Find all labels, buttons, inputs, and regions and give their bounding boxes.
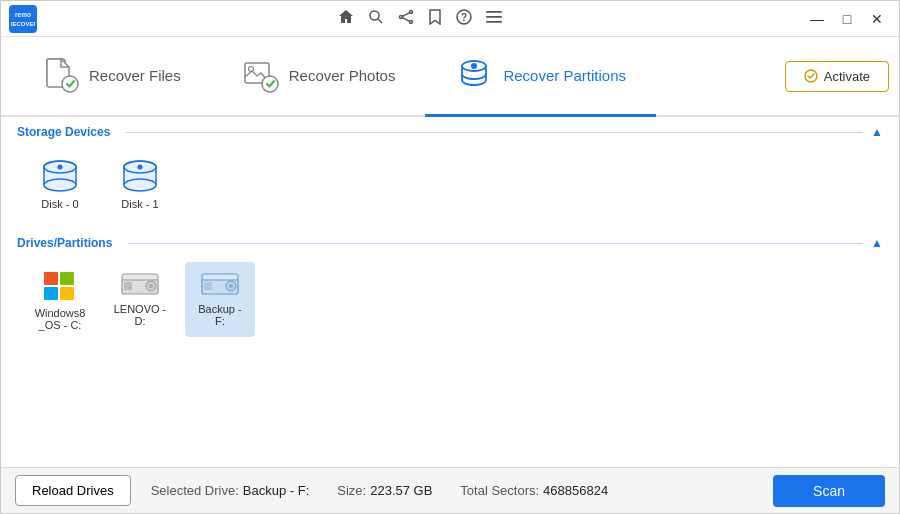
total-sectors-value: 468856824 (543, 483, 608, 498)
windows-c-label: Windows8_OS - C: (33, 307, 87, 331)
disk-0-item[interactable]: Disk - 0 (25, 151, 95, 216)
lenovo-d-item[interactable]: LENOVO - D: (105, 262, 175, 337)
tab-recover-partitions-label: Recover Partitions (503, 67, 626, 84)
total-sectors-field: Total Sectors: 468856824 (460, 483, 608, 498)
tab-recover-partitions[interactable]: Recover Partitions (425, 37, 656, 117)
total-sectors-label: Total Sectors: (460, 483, 539, 498)
svg-rect-40 (60, 287, 74, 300)
statusbar: Reload Drives Selected Drive: Backup - F… (1, 467, 899, 513)
drives-partitions-header: Drives/Partitions ▲ (17, 236, 883, 250)
activate-label: Activate (824, 69, 870, 84)
tab-recover-photos[interactable]: Recover Photos (211, 37, 426, 117)
svg-rect-47 (204, 282, 212, 290)
drives-partitions-title: Drives/Partitions (17, 236, 112, 250)
recover-files-icon (41, 55, 79, 96)
svg-point-16 (62, 76, 78, 92)
logo-icon: remo RECOVER (9, 5, 37, 33)
titlebar-icons: ? (338, 9, 502, 28)
svg-rect-42 (124, 282, 132, 290)
storage-devices-title: Storage Devices (17, 125, 110, 139)
svg-point-49 (229, 284, 233, 288)
size-label: Size: (337, 483, 366, 498)
drives-partitions-section: Drives/Partitions ▲ Windows8_OS - C: (1, 228, 899, 349)
activate-button[interactable]: Activate (785, 61, 889, 92)
close-button[interactable]: ✕ (863, 5, 891, 33)
svg-point-21 (471, 63, 477, 69)
home-icon[interactable] (338, 9, 354, 28)
minimize-button[interactable]: — (803, 5, 831, 33)
share-icon[interactable] (398, 9, 414, 28)
svg-point-29 (58, 165, 63, 170)
tab-recover-files[interactable]: Recover Files (11, 37, 211, 117)
storage-devices-line (126, 132, 863, 133)
selected-drive-label: Selected Drive: (151, 483, 239, 498)
search-icon[interactable] (368, 9, 384, 28)
titlebar-controls: — □ ✕ (803, 5, 891, 33)
svg-rect-12 (486, 11, 502, 13)
nav-tabs: Recover Files Recover Photos Recover Par… (1, 37, 899, 117)
svg-rect-45 (122, 274, 158, 280)
svg-text:?: ? (461, 12, 467, 23)
svg-point-7 (400, 16, 403, 19)
lenovo-d-label: LENOVO - D: (113, 303, 167, 327)
windows-c-item[interactable]: Windows8_OS - C: (25, 262, 95, 337)
svg-point-19 (262, 76, 278, 92)
maximize-button[interactable]: □ (833, 5, 861, 33)
storage-devices-header: Storage Devices ▲ (17, 125, 883, 139)
svg-point-44 (149, 284, 153, 288)
storage-devices-chevron[interactable]: ▲ (871, 125, 883, 139)
disk-1-label: Disk - 1 (121, 198, 158, 210)
lenovo-d-icon (118, 268, 162, 303)
svg-line-4 (378, 19, 382, 23)
storage-devices-items: Disk - 0 Disk - 1 (17, 147, 883, 224)
help-icon[interactable]: ? (456, 9, 472, 28)
svg-point-36 (138, 165, 143, 170)
backup-f-label: Backup - F: (193, 303, 247, 327)
size-field: Size: 223.57 GB (337, 483, 432, 498)
disk-0-label: Disk - 0 (41, 198, 78, 210)
svg-rect-37 (44, 272, 58, 285)
svg-rect-38 (60, 272, 74, 285)
backup-f-item[interactable]: Backup - F: (185, 262, 255, 337)
logo: remo RECOVER (9, 5, 37, 33)
reload-drives-button[interactable]: Reload Drives (15, 475, 131, 506)
svg-line-9 (402, 18, 409, 22)
disk-0-icon (38, 157, 82, 198)
svg-point-3 (370, 11, 379, 20)
backup-f-icon (198, 268, 242, 303)
svg-point-25 (44, 179, 76, 191)
svg-rect-13 (486, 16, 502, 18)
selected-drive-value: Backup - F: (243, 483, 309, 498)
disk-1-item[interactable]: Disk - 1 (105, 151, 175, 216)
svg-rect-14 (486, 21, 502, 23)
svg-rect-50 (202, 274, 238, 280)
scan-button[interactable]: Scan (773, 475, 885, 507)
tab-recover-files-label: Recover Files (89, 67, 181, 84)
titlebar: remo RECOVER ? — □ ✕ (1, 1, 899, 37)
recover-partitions-icon (455, 55, 493, 96)
svg-text:RECOVER: RECOVER (11, 21, 35, 27)
bookmark-icon[interactable] (428, 9, 442, 28)
svg-point-5 (410, 11, 413, 14)
menu-icon[interactable] (486, 9, 502, 28)
svg-point-6 (410, 21, 413, 24)
main-content: Storage Devices ▲ Disk - 0 (1, 117, 899, 467)
recover-photos-icon (241, 55, 279, 96)
svg-rect-39 (44, 287, 58, 300)
selected-drive-field: Selected Drive: Backup - F: (151, 483, 310, 498)
windows-c-icon (40, 268, 80, 307)
titlebar-left: remo RECOVER (9, 5, 37, 33)
storage-devices-section: Storage Devices ▲ Disk - 0 (1, 117, 899, 228)
svg-point-32 (124, 179, 156, 191)
drives-partitions-items: Windows8_OS - C: LENOVO - D: (17, 258, 883, 345)
svg-line-8 (402, 13, 409, 17)
size-value: 223.57 GB (370, 483, 432, 498)
status-info: Selected Drive: Backup - F: Size: 223.57… (151, 483, 753, 498)
drives-partitions-line (128, 243, 863, 244)
drives-partitions-chevron[interactable]: ▲ (871, 236, 883, 250)
disk-1-icon (118, 157, 162, 198)
svg-text:remo: remo (15, 11, 31, 18)
tab-recover-photos-label: Recover Photos (289, 67, 396, 84)
